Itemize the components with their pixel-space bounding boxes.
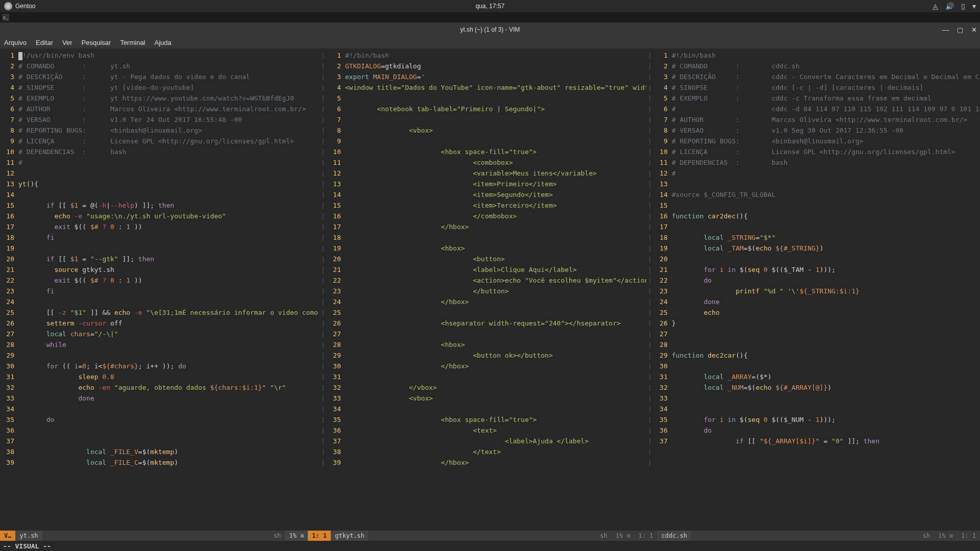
code-line[interactable]: 36 | <box>0 425 327 436</box>
code-content[interactable]: # REPORTING BUGS: <binbash@linuxmail.org… <box>18 125 320 136</box>
code-line[interactable]: 33 <box>653 393 980 404</box>
code-line[interactable]: 27 <box>653 329 980 339</box>
code-content[interactable]: # VERSAO : v1.0 Seg 30 Out 2017 12:36:55… <box>672 125 980 136</box>
code-content[interactable]: source gtkyt.sh <box>18 264 320 275</box>
code-line[interactable]: 25 echo <box>653 307 980 318</box>
code-content[interactable]: for i in $(seq 0 $(($_NUM - 1))); <box>672 414 980 425</box>
code-line[interactable]: 35 <hbox space-fill="true">| <box>327 414 653 425</box>
code-content[interactable] <box>672 361 980 371</box>
code-content[interactable] <box>18 168 320 179</box>
code-content[interactable] <box>345 93 646 104</box>
code-line[interactable]: 30 <box>653 361 980 371</box>
code-line[interactable]: 21 source gtkyt.sh| <box>0 264 327 275</box>
code-line[interactable]: 16function car2dec(){ <box>653 211 980 221</box>
topbar-tray[interactable]: ◬ 🔊 ▯ ▾ <box>933 2 976 10</box>
code-line[interactable]: 3export MAIN_DIALOG='| <box>327 71 653 82</box>
code-line[interactable]: 25 | <box>327 307 653 318</box>
code-content[interactable]: <hbox> <box>345 339 646 350</box>
code-line[interactable]: 28 <hbox>| <box>327 339 653 350</box>
code-content[interactable]: do <box>672 275 980 286</box>
code-content[interactable] <box>345 404 646 414</box>
os-name[interactable]: Gentoo <box>15 3 35 10</box>
code-content[interactable]: <button ok></button> <box>345 350 646 361</box>
code-line[interactable]: 7# AUTHOR : Marcos Oliveira <http://www.… <box>653 114 980 125</box>
code-content[interactable] <box>18 436 320 446</box>
code-content[interactable]: </hbox> <box>345 221 646 232</box>
code-line[interactable]: 35 for i in $(seq 0 $(($_NUM - 1))); <box>653 414 980 425</box>
code-content[interactable] <box>345 307 646 318</box>
code-content[interactable] <box>672 179 980 189</box>
code-content[interactable] <box>345 371 646 382</box>
code-line[interactable]: 1#!/bin/bash| <box>327 50 653 61</box>
code-line[interactable]: 29function dec2car(){ <box>653 350 980 361</box>
code-content[interactable]: <vbox> <box>345 393 646 404</box>
code-content[interactable]: <notebook tab-label="Primeiro | Segundo|… <box>345 104 646 114</box>
code-line[interactable]: 12 | <box>0 168 327 179</box>
code-line[interactable]: 13yt(){| <box>0 179 327 189</box>
code-line[interactable]: 15 <box>653 200 980 211</box>
code-content[interactable]: } <box>672 318 980 329</box>
code-content[interactable]: #!/bin/bash <box>345 50 646 61</box>
code-content[interactable]: if [[ "${_ARRAY[$i]}" = "0" ]]; then <box>672 436 980 446</box>
code-line[interactable]: 3# DESCRIÇÃO : yt - Pega dados do video … <box>0 71 327 82</box>
code-line[interactable]: 9# LICENÇA : License GPL <http://gnu.org… <box>0 136 327 146</box>
code-content[interactable]: do <box>672 425 980 436</box>
code-content[interactable]: while <box>18 339 320 350</box>
code-line[interactable]: 34 | <box>327 404 653 414</box>
code-content[interactable]: done <box>18 393 320 404</box>
window-minimize-button[interactable]: — <box>942 26 949 34</box>
code-line[interactable]: 17 exit $(( $# ? 0 : 1 ))| <box>0 221 327 232</box>
code-line[interactable]: 29 <button ok></button>| <box>327 350 653 361</box>
code-content[interactable]: #source $_CONFIG_TR_GLOBAL <box>672 189 980 200</box>
code-line[interactable]: 32 </vbox>| <box>327 382 653 393</box>
code-content[interactable]: export MAIN_DIALOG=' <box>345 71 646 82</box>
code-line[interactable]: 19 | <box>0 243 327 254</box>
code-line[interactable]: 26 setterm -cursor off| <box>0 318 327 329</box>
code-line[interactable]: 4<window title="Dados do YouTube" icon-n… <box>327 82 653 93</box>
code-content[interactable]: <hbox space-fill="true"> <box>345 414 646 425</box>
code-line[interactable]: 20 if [[ $1 = "--gtk" ]]; then| <box>0 254 327 264</box>
code-line[interactable]: 3# DESCRIÇÃO : cddc - Converte Caractere… <box>653 71 980 82</box>
code-line[interactable]: 1!/usr/bin/env bash| <box>0 50 327 61</box>
code-content[interactable]: local _FILE_V=$(mktemp) <box>18 446 320 457</box>
code-line[interactable]: 8 <vbox>| <box>327 125 653 136</box>
code-content[interactable]: function car2dec(){ <box>672 211 980 221</box>
code-content[interactable]: for (( i=0; i<${#chars}; i++ )); do <box>18 361 320 371</box>
code-line[interactable]: 18 local _STRING="$*" <box>653 232 980 243</box>
code-content[interactable]: local _NUM=$(echo ${#_ARRAY[@]}) <box>672 382 980 393</box>
code-content[interactable]: local _ARRAY=($*) <box>672 371 980 382</box>
code-line[interactable]: 38 local _FILE_V=$(mktemp)| <box>0 446 327 457</box>
code-line[interactable]: 32 local _NUM=$(echo ${#_ARRAY[@]}) <box>653 382 980 393</box>
code-line[interactable]: 25 [[ -z "$1" ]] && echo -e "\e[31;1mÉ n… <box>0 307 327 318</box>
code-line[interactable]: 19 <hbox>| <box>327 243 653 254</box>
code-line[interactable]: 28 while| <box>0 339 327 350</box>
code-line[interactable]: 33 done| <box>0 393 327 404</box>
code-content[interactable] <box>18 189 320 200</box>
code-line[interactable]: 8# VERSAO : v1.0 Seg 30 Out 2017 12:36:5… <box>653 125 980 136</box>
code-content[interactable]: # LICENÇA : License GPL <http://gnu.org/… <box>672 146 980 157</box>
menu-ver[interactable]: Ver <box>62 39 72 46</box>
window-close-button[interactable]: ✕ <box>971 26 977 34</box>
code-content[interactable]: </hbox> <box>345 457 646 468</box>
code-content[interactable]: # <box>18 157 320 168</box>
code-line[interactable]: 6# cddc -d 84 114 97 110 115 102 111 114… <box>653 104 980 114</box>
code-line[interactable]: 37 if [[ "${_ARRAY[$i]}" = "0" ]]; then <box>653 436 980 446</box>
code-line[interactable]: 29 | <box>0 350 327 361</box>
code-content[interactable]: # DEPENDENCIAS : bash <box>672 157 980 168</box>
code-line[interactable]: 27 local chars="/-\|"| <box>0 329 327 339</box>
code-line[interactable]: 26} <box>653 318 980 329</box>
code-content[interactable]: # SINOPSE : yt [video-do-youtube] <box>18 82 320 93</box>
code-line[interactable]: 24 </hbox>| <box>327 296 653 307</box>
code-content[interactable]: # SINOPSE : cddc [-c | -d] [caracteres |… <box>672 82 980 93</box>
code-content[interactable]: sleep 0.8 <box>18 371 320 382</box>
code-line[interactable]: 30 </hbox>| <box>327 361 653 371</box>
code-line[interactable]: 21 for i in $(seq 0 $(($_TAM - 1))); <box>653 264 980 275</box>
code-line[interactable]: 22 exit $(( $# ? 0 : 1 ))| <box>0 275 327 286</box>
code-line[interactable]: 4# SINOPSE : cddc [-c | -d] [caracteres … <box>653 82 980 93</box>
code-content[interactable]: <label>Ajuda </label> <box>345 436 646 446</box>
code-line[interactable]: 27 | <box>327 329 653 339</box>
code-line[interactable]: 31 | <box>327 371 653 382</box>
code-line[interactable]: 11# DEPENDENCIAS : bash <box>653 157 980 168</box>
code-content[interactable]: <hbox space-fill="true"> <box>345 146 646 157</box>
topbar-clock[interactable]: qua, 17:57 <box>476 3 505 10</box>
